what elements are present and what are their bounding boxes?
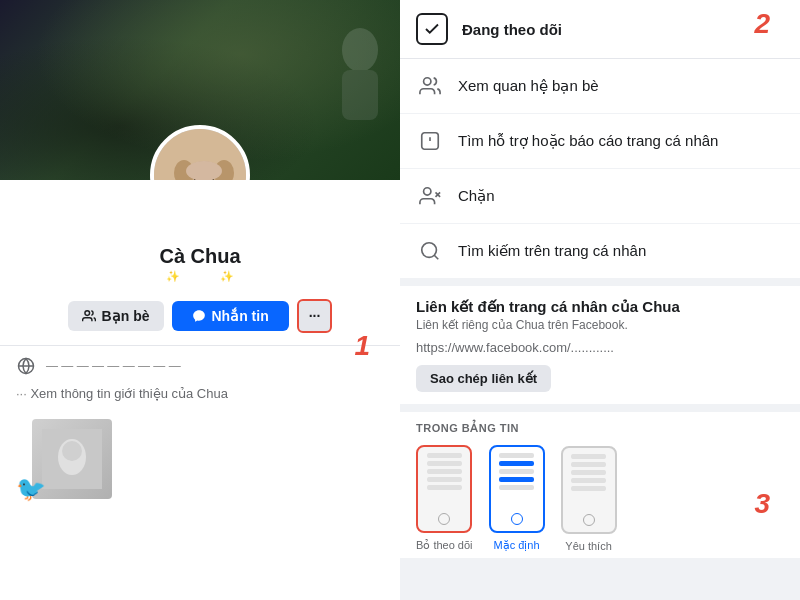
link-title: Liên kết đến trang cá nhân của Chua: [416, 298, 784, 316]
feed-section: TRONG BẢNG TIN Bỏ theo dõi: [400, 404, 800, 558]
svg-point-11: [85, 311, 90, 316]
info-text-1: — — — — — — — — —: [46, 359, 181, 373]
svg-point-24: [422, 243, 437, 258]
xem-label: Xem thông tin giới thiệu của Chua: [30, 386, 227, 401]
post-area: 🐦: [0, 407, 400, 511]
users-icon: [416, 72, 444, 100]
svg-line-25: [434, 255, 438, 259]
label-3: 3: [754, 488, 770, 520]
feed-title: TRONG BẢNG TIN: [416, 422, 784, 435]
left-panel: Cà Chua ✨ ✨ Bạn bè Nhắn tin ···: [0, 0, 400, 600]
feed-label-unfollow: Bỏ theo dõi: [416, 539, 473, 552]
menu-label-search: Tìm kiếm trên trang cá nhân: [458, 242, 646, 260]
menu-item-block[interactable]: Chặn: [400, 169, 800, 224]
xem-thong-tin: ··· Xem thông tin giới thiệu của Chua: [0, 382, 400, 407]
friend-icon: [82, 309, 96, 323]
following-icon: [416, 13, 448, 45]
cover-photo: [0, 0, 400, 180]
feed-option-unfollow[interactable]: Bỏ theo dõi: [416, 445, 473, 552]
right-panel: 2 Đang theo dõi Xem quan hệ bạn bè: [400, 0, 800, 600]
phone-home-1: [438, 513, 450, 525]
action-buttons: Bạn bè Nhắn tin ···: [0, 291, 400, 341]
alert-icon: [416, 127, 444, 155]
friend-button[interactable]: Bạn bè: [68, 301, 164, 331]
globe-icon: [16, 356, 36, 376]
block-icon: [416, 182, 444, 210]
feed-options: Bỏ theo dõi Mặc định: [416, 445, 784, 552]
menu-label-block: Chặn: [458, 187, 495, 205]
menu-label-friends: Xem quan hệ bạn bè: [458, 77, 599, 95]
svg-point-0: [342, 28, 378, 72]
following-label: Đang theo dõi: [462, 21, 562, 38]
svg-rect-1: [342, 70, 378, 120]
svg-point-16: [62, 441, 82, 461]
label-2: 2: [754, 8, 770, 40]
phone-home-2: [511, 513, 523, 525]
profile-name: Cà Chua: [16, 245, 384, 268]
link-url: https://www.facebook.com/............: [416, 340, 784, 355]
svg-point-21: [424, 188, 431, 195]
copy-link-button[interactable]: Sao chép liên kết: [416, 365, 551, 392]
info-row-1: — — — — — — — — —: [0, 350, 400, 382]
search-icon: [416, 237, 444, 265]
profile-info: Cà Chua ✨ ✨: [0, 235, 400, 291]
phone-home-3: [583, 514, 595, 526]
feed-label-default: Mặc định: [494, 539, 540, 552]
friend-label: Bạn bè: [102, 308, 150, 324]
message-button[interactable]: Nhắn tin: [172, 301, 289, 331]
message-icon: [192, 309, 206, 323]
message-label: Nhắn tin: [212, 308, 269, 324]
feed-label-favorite: Yêu thích: [565, 540, 611, 552]
feed-option-default[interactable]: Mặc định: [489, 445, 545, 552]
svg-point-17: [424, 78, 431, 85]
feed-option-favorite[interactable]: Yêu thích: [561, 446, 617, 552]
phone-mock-favorite: [561, 446, 617, 534]
menu-item-friends[interactable]: Xem quan hệ bạn bè: [400, 59, 800, 114]
profile-sub: ✨ ✨: [16, 270, 384, 283]
phone-mock-unfollow: [416, 445, 472, 533]
more-button[interactable]: ···: [297, 299, 333, 333]
menu-item-search[interactable]: Tìm kiếm trên trang cá nhân: [400, 224, 800, 278]
phone-mock-default: [489, 445, 545, 533]
menu-label-report: Tìm hỗ trợ hoặc báo cáo trang cá nhân: [458, 132, 718, 150]
divider-1: [0, 345, 400, 346]
following-menu-item[interactable]: Đang theo dõi: [400, 0, 800, 59]
label-1: 1: [354, 330, 370, 362]
bird-icon: 🐦: [16, 475, 46, 503]
menu-item-report[interactable]: Tìm hỗ trợ hoặc báo cáo trang cá nhân: [400, 114, 800, 169]
link-sub: Liên kết riêng của Chua trên Facebook.: [416, 318, 784, 332]
link-section: Liên kết đến trang cá nhân của Chua Liên…: [400, 278, 800, 404]
